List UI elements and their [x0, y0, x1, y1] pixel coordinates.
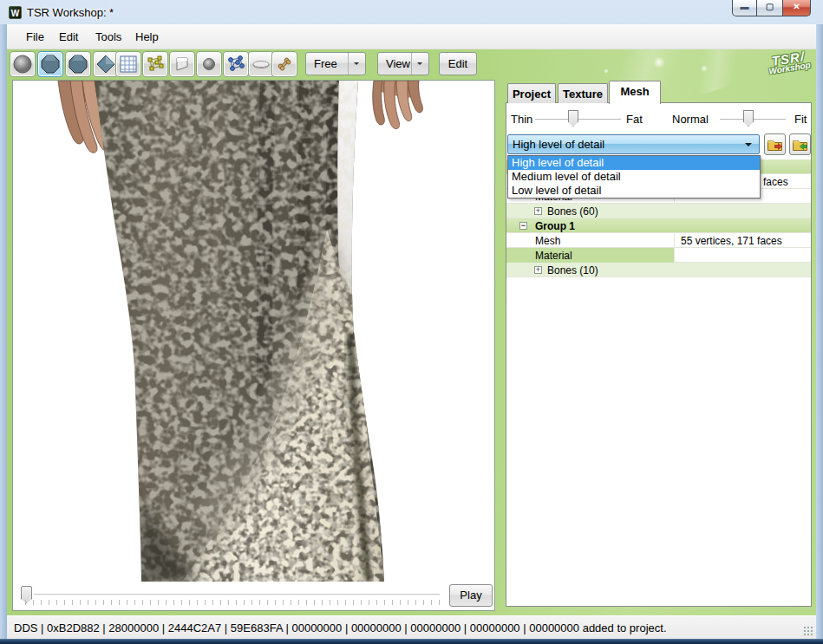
free-mode-arrow-button[interactable] — [348, 53, 365, 75]
chevron-down-icon — [417, 62, 422, 68]
plane-icon — [173, 55, 192, 74]
flat-sphere-icon — [41, 55, 60, 74]
toolbar-bone-button[interactable] — [271, 51, 297, 77]
close-button[interactable]: ✕ — [782, 0, 811, 16]
menu-file[interactable]: File — [21, 29, 49, 45]
viewport-3d[interactable]: Play — [12, 80, 495, 611]
toolbar-smooth-sphere-button[interactable] — [10, 51, 36, 77]
menu-edit[interactable]: Edit — [54, 29, 83, 45]
dress-3d-render — [13, 81, 494, 582]
toolbar-plane-button[interactable] — [169, 51, 195, 77]
toolbar-grid-button[interactable] — [115, 51, 141, 77]
status-bar: DDS | 0xB2D882 | 28000000 | 2444C2A7 | 5… — [7, 615, 816, 639]
slider-fit-label: Fit — [794, 113, 807, 126]
table-row-group1-header[interactable]: − Group 1 — [506, 218, 811, 233]
app-icon: W — [9, 6, 22, 19]
status-text: DDS | 0xB2D882 | 28000000 | 2444C2A7 | 5… — [14, 621, 667, 634]
menu-bar: File Edit Tools Help — [7, 24, 816, 49]
play-button[interactable]: Play — [449, 584, 493, 607]
window-left-border — [0, 24, 7, 639]
tab-texture[interactable]: Texture — [558, 83, 608, 103]
menu-help[interactable]: Help — [130, 29, 164, 45]
client-area: Free View Edit TSR/ Workshop — [7, 49, 816, 615]
resize-grip[interactable] — [803, 626, 813, 636]
small-sphere-icon — [202, 57, 216, 71]
chevron-down-icon — [745, 143, 752, 150]
maximize-icon: ▢ — [757, 2, 782, 11]
window-right-border — [816, 24, 823, 639]
smooth-sphere-icon — [13, 55, 32, 74]
export-mesh-button[interactable] — [764, 133, 786, 155]
lod-option-medium[interactable]: Medium level of detail — [508, 170, 760, 184]
table-row-group0-bones[interactable]: + Bones (60) — [506, 204, 811, 218]
menu-tools[interactable]: Tools — [90, 29, 127, 45]
toolbar-lattice-blue-button[interactable] — [223, 51, 249, 77]
table-row-group1-bones[interactable]: + Bones (10) — [506, 263, 811, 277]
slider-fat-label: Fat — [626, 113, 643, 126]
import-mesh-button[interactable] — [789, 133, 811, 155]
free-mode-label: Free — [314, 57, 337, 70]
flat-sphere-icon — [69, 55, 88, 74]
edit-button[interactable]: Edit — [439, 52, 477, 75]
table-row-group1-mesh[interactable]: Mesh 55 vertices, 171 faces — [506, 233, 811, 248]
minimize-icon: ▬ — [733, 2, 756, 11]
toolbar-flat-sphere-button-active[interactable] — [37, 51, 63, 77]
view-label: View — [386, 57, 410, 70]
tsr-workshop-logo: TSR/ Workshop — [754, 49, 816, 84]
right-hand — [373, 81, 423, 129]
animation-slider-ticks — [25, 600, 440, 605]
free-mode-dropdown[interactable]: Free — [305, 52, 366, 75]
tab-mesh[interactable]: Mesh — [609, 81, 661, 104]
view-arrow-button[interactable] — [411, 53, 428, 75]
toolbar-flat-sphere-button[interactable] — [65, 51, 91, 77]
import-folder-icon — [792, 137, 808, 152]
app-window: W TSR Workshop: * ▬ ▢ ✕ File Edit Tools … — [0, 0, 823, 644]
diamond-icon — [96, 55, 115, 74]
lod-dropdown-list: High level of detail Medium level of det… — [507, 155, 761, 198]
bone-icon — [275, 55, 294, 74]
lod-option-high[interactable]: High level of detail — [508, 156, 760, 170]
slider-thin-label: Thin — [511, 113, 532, 126]
lod-combobox[interactable]: High level of detail — [507, 134, 760, 154]
lod-combobox-value: High level of detail — [513, 138, 604, 151]
slider-normal-label: Normal — [672, 113, 709, 126]
toolbar-small-sphere-button[interactable] — [196, 51, 222, 77]
grid-icon — [120, 55, 137, 73]
toolbar-disc-button[interactable] — [248, 51, 274, 77]
lattice-yellow-icon — [146, 55, 165, 74]
close-icon: ✕ — [783, 2, 810, 11]
animation-slider-track[interactable] — [34, 594, 440, 595]
title-bar[interactable]: W TSR Workshop: * ▬ ▢ ✕ — [0, 0, 823, 24]
toolbar-lattice-yellow-button[interactable] — [142, 51, 168, 77]
table-row-group1-material[interactable]: Material — [506, 248, 811, 263]
window-bottom-border — [0, 639, 823, 644]
sparkle-decoration — [701, 65, 708, 72]
tab-project[interactable]: Project — [507, 83, 556, 103]
lattice-blue-icon — [226, 55, 245, 74]
export-folder-icon — [767, 137, 783, 152]
chevron-down-icon — [354, 62, 359, 68]
disc-icon — [251, 55, 271, 74]
sparkle-decoration — [604, 68, 609, 74]
view-dropdown[interactable]: View — [377, 52, 429, 75]
lod-option-low[interactable]: Low level of detail — [508, 184, 760, 198]
maximize-button[interactable]: ▢ — [757, 0, 782, 16]
window-title: TSR Workshop: * — [27, 6, 114, 19]
sparkle-decoration — [653, 56, 665, 68]
minimize-button[interactable]: ▬ — [732, 0, 757, 16]
